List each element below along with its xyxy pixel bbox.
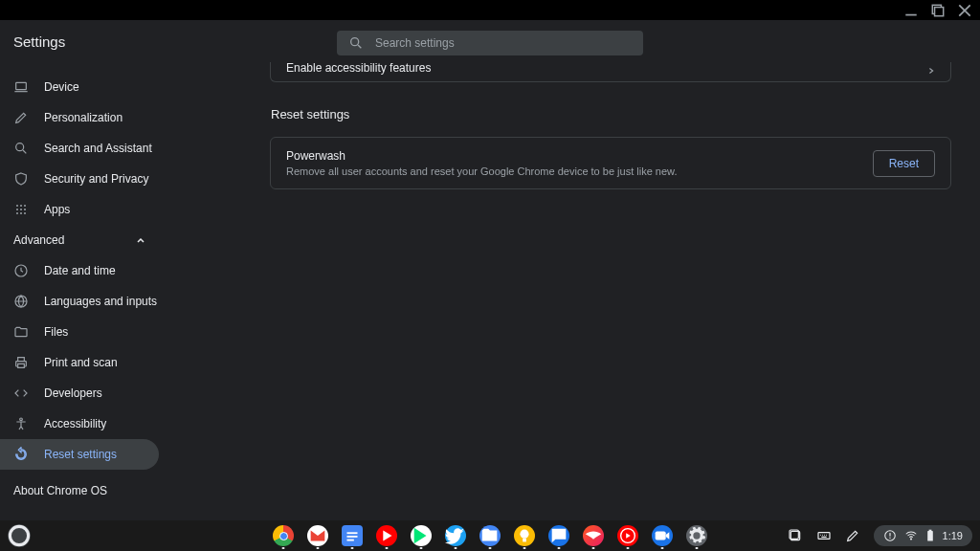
reset-icon xyxy=(13,447,29,462)
sidebar: Device Personalization Search and Assist… xyxy=(0,62,159,520)
svg-point-6 xyxy=(20,205,22,207)
svg-rect-24 xyxy=(656,531,666,540)
sidebar-item-accessibility[interactable]: Accessibility xyxy=(0,408,159,439)
shield-icon xyxy=(13,171,29,187)
window-controls xyxy=(0,0,980,20)
sidebar-item-label: Search and Assistant xyxy=(44,142,152,155)
svg-point-2 xyxy=(351,38,359,46)
svg-point-11 xyxy=(16,212,18,214)
svg-point-8 xyxy=(16,209,18,210)
accessibility-label: Enable accessibility features xyxy=(286,61,431,75)
header: Settings xyxy=(0,20,980,62)
minimize-icon[interactable] xyxy=(903,3,919,18)
sidebar-item-device[interactable]: Device xyxy=(0,72,159,102)
svg-rect-30 xyxy=(889,538,890,539)
printer-icon xyxy=(13,355,29,370)
sidebar-item-label: Languages and inputs xyxy=(44,295,157,308)
main: Device Personalization Search and Assist… xyxy=(0,62,980,520)
svg-point-13 xyxy=(24,212,26,214)
laptop-icon xyxy=(13,79,29,95)
shelf-right: 1:19 xyxy=(788,525,972,546)
close-icon[interactable] xyxy=(957,3,972,18)
sidebar-group-advanced[interactable]: Advanced xyxy=(0,225,159,255)
svg-point-17 xyxy=(10,526,28,544)
sidebar-group-label: Advanced xyxy=(13,233,64,247)
app-stadia-icon[interactable] xyxy=(583,525,604,546)
svg-point-21 xyxy=(520,530,528,539)
app-duo-icon[interactable] xyxy=(652,525,673,546)
accessibility-card: Enable accessibility features xyxy=(270,62,951,82)
sidebar-item-reset-settings[interactable]: Reset settings xyxy=(0,439,159,470)
app-messages-icon[interactable] xyxy=(548,525,569,546)
launcher-button[interactable] xyxy=(8,524,31,547)
sidebar-about-label: About Chrome OS xyxy=(13,484,107,497)
powerwash-info: Powerwash Remove all user accounts and r… xyxy=(286,149,677,177)
grid-icon xyxy=(13,202,29,217)
svg-rect-33 xyxy=(928,530,931,531)
sidebar-item-date-time[interactable]: Date and time xyxy=(0,255,159,286)
app-twitter-icon[interactable] xyxy=(445,525,466,546)
app-keep-icon[interactable] xyxy=(514,525,535,546)
search-icon xyxy=(348,35,364,51)
svg-point-16 xyxy=(20,418,23,421)
clock-time: 1:19 xyxy=(943,530,963,541)
code-icon xyxy=(13,386,29,401)
screenshot-icon[interactable] xyxy=(788,528,803,543)
sidebar-item-label: Accessibility xyxy=(44,417,106,430)
search-input[interactable] xyxy=(375,36,632,50)
svg-rect-18 xyxy=(347,532,358,534)
sidebar-item-search-assistant[interactable]: Search and Assistant xyxy=(0,133,159,164)
chevron-right-icon xyxy=(927,64,935,72)
shelf: 1:19 xyxy=(0,520,980,551)
sidebar-item-personalization[interactable]: Personalization xyxy=(0,102,159,133)
app-settings-icon[interactable] xyxy=(686,525,707,546)
sidebar-item-developers[interactable]: Developers xyxy=(0,378,159,408)
sidebar-item-languages[interactable]: Languages and inputs xyxy=(0,286,159,317)
shelf-left xyxy=(8,524,31,547)
sidebar-item-files[interactable]: Files xyxy=(0,317,159,347)
app-chrome-icon[interactable] xyxy=(273,525,294,546)
app-play-icon[interactable] xyxy=(411,525,432,546)
powerwash-card: Powerwash Remove all user accounts and r… xyxy=(270,137,951,189)
sidebar-item-security-privacy[interactable]: Security and Privacy xyxy=(0,164,159,194)
sidebar-item-label: Apps xyxy=(44,203,70,216)
sidebar-item-label: Personalization xyxy=(44,111,122,124)
svg-rect-22 xyxy=(523,539,526,542)
svg-point-4 xyxy=(16,143,24,151)
sidebar-item-label: Developers xyxy=(44,386,102,400)
accessibility-row[interactable]: Enable accessibility features xyxy=(286,58,935,77)
battery-icon xyxy=(925,529,935,542)
app-files-icon[interactable] xyxy=(479,525,501,546)
svg-point-12 xyxy=(20,212,22,214)
status-area[interactable]: 1:19 xyxy=(874,525,972,546)
app-youtube-icon[interactable] xyxy=(376,525,397,546)
search-icon xyxy=(13,141,29,156)
stylus-icon[interactable] xyxy=(845,528,860,543)
sidebar-item-print-scan[interactable]: Print and scan xyxy=(0,347,159,378)
folder-icon xyxy=(13,324,29,340)
sidebar-item-label: Date and time xyxy=(44,264,116,277)
svg-point-5 xyxy=(16,205,18,207)
chevron-up-icon xyxy=(136,235,145,245)
content: Enable accessibility features Reset sett… xyxy=(159,62,980,520)
notification-icon xyxy=(883,529,897,542)
app-ytmusic-icon[interactable] xyxy=(617,525,638,546)
sidebar-item-apps[interactable]: Apps xyxy=(0,194,159,225)
keyboard-icon[interactable] xyxy=(816,528,832,543)
svg-point-7 xyxy=(24,205,26,207)
app-gmail-icon[interactable] xyxy=(307,525,328,546)
svg-rect-19 xyxy=(347,536,358,538)
powerwash-title: Powerwash xyxy=(286,149,677,163)
app-docs-icon[interactable] xyxy=(342,525,363,546)
globe-icon xyxy=(13,294,29,309)
svg-rect-1 xyxy=(935,7,944,15)
accessibility-icon xyxy=(13,416,29,431)
maximize-icon[interactable] xyxy=(930,3,946,18)
wifi-icon xyxy=(904,529,918,542)
shelf-apps xyxy=(273,525,707,546)
search-box[interactable] xyxy=(337,31,643,55)
svg-rect-20 xyxy=(347,540,354,541)
sidebar-item-label: Reset settings xyxy=(44,448,117,461)
sidebar-about-link[interactable]: About Chrome OS xyxy=(0,475,159,506)
reset-button[interactable]: Reset xyxy=(873,150,935,177)
